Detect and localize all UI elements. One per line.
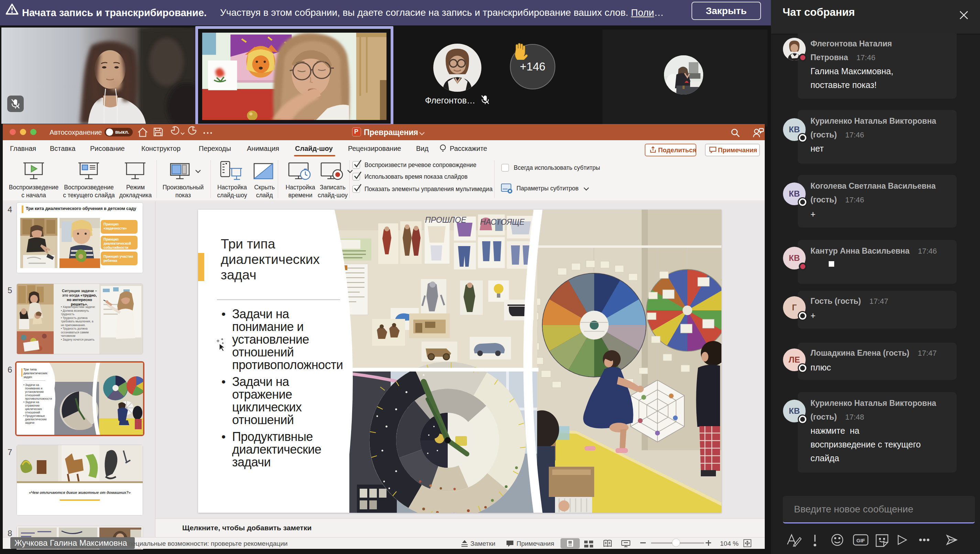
svg-text:НАСТОЯЩЕ: НАСТОЯЩЕ: [480, 218, 525, 226]
svg-text:GIF: GIF: [857, 538, 865, 543]
svg-text:ПРОШЛОЕ: ПРОШЛОЕ: [425, 215, 467, 224]
